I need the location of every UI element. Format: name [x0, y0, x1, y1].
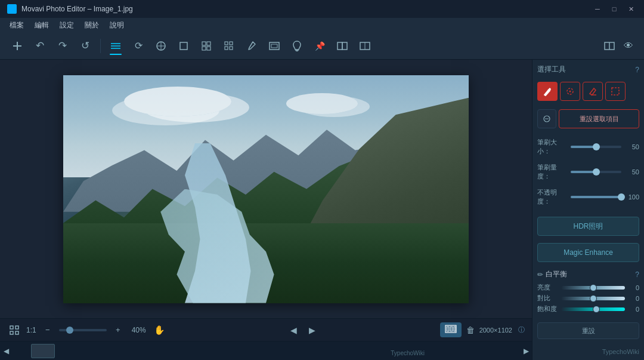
- hand-tool-button[interactable]: ✋: [153, 324, 166, 337]
- rect-select-button[interactable]: [605, 82, 626, 101]
- filmstrip-next[interactable]: ▶: [520, 341, 532, 361]
- contrast-row: 對比 0: [537, 294, 639, 303]
- bottom-bar: 1:1 − + 40% ✋ ◀ ▶ 🗑 2000×1102 ⓘ: [0, 318, 532, 341]
- bottom-center: ◀ ▶: [171, 323, 435, 337]
- opacity-row: 不透明度： 100: [537, 188, 639, 206]
- svg-rect-30: [16, 331, 18, 334]
- compare-split-button[interactable]: [601, 38, 618, 54]
- brand-watermark: TypechoWiki: [602, 348, 639, 355]
- svg-rect-9: [202, 42, 206, 45]
- svg-rect-34: [454, 327, 456, 331]
- brush-hardness-slider[interactable]: [571, 171, 621, 173]
- fit-screen-button[interactable]: [7, 323, 21, 337]
- rotate-button[interactable]: ⟳: [128, 36, 148, 56]
- close-button[interactable]: ✕: [625, 3, 637, 15]
- eraser-tool-button[interactable]: [583, 82, 603, 101]
- maximize-button[interactable]: □: [608, 3, 620, 15]
- filmstrip: ◀ ▶ TypechoWiki: [0, 341, 532, 360]
- svg-rect-8: [180, 42, 187, 50]
- cloud-1: [124, 87, 231, 116]
- image-container[interactable]: [0, 60, 532, 318]
- redo-forward-button[interactable]: ↷: [52, 36, 73, 56]
- split-button[interactable]: [355, 36, 375, 56]
- brush-tool-button[interactable]: [537, 82, 558, 101]
- brush-size-slider[interactable]: [571, 146, 621, 148]
- wb-header: ✏ 白平衡 ?: [537, 269, 639, 279]
- crop-button[interactable]: [174, 36, 194, 56]
- opacity-thumb[interactable]: [618, 193, 625, 201]
- clone-button[interactable]: [287, 36, 307, 56]
- svg-rect-29: [10, 331, 13, 334]
- brush-size-label: 筆刷大小：: [537, 138, 567, 156]
- grid-button[interactable]: [219, 36, 239, 56]
- menu-about[interactable]: 關於: [80, 19, 104, 32]
- image-size: 2000×1102: [479, 327, 512, 334]
- menu-file[interactable]: 檔案: [5, 19, 29, 32]
- saturation-label: 飽和度: [537, 304, 559, 313]
- delete-button[interactable]: 🗑: [466, 325, 475, 335]
- brush-size-value: 50: [625, 143, 639, 150]
- zoom-in-button[interactable]: +: [112, 324, 125, 337]
- svg-rect-15: [225, 47, 228, 50]
- zoom-ratio[interactable]: 1:1: [26, 326, 36, 334]
- opacity-slider[interactable]: [571, 196, 621, 198]
- panel-title: 選擇工具: [537, 64, 566, 75]
- reset-selection-button[interactable]: 重設選取項目: [559, 109, 639, 128]
- pin-button[interactable]: 📌: [309, 36, 330, 56]
- brightness-slider[interactable]: [561, 286, 625, 290]
- right-panel: 選擇工具 ? 重設選取項目: [532, 60, 644, 360]
- smart-select-button[interactable]: [196, 36, 216, 56]
- brand-watermark-filmstrip: TypechoWiki: [391, 350, 425, 356]
- svg-rect-11: [202, 47, 206, 50]
- eraser-extra-button[interactable]: [537, 109, 556, 128]
- app-icon: [7, 4, 17, 14]
- filmstrip-prev[interactable]: ◀: [0, 341, 12, 361]
- undo-button[interactable]: ↶: [30, 36, 50, 56]
- menu-settings[interactable]: 設定: [55, 19, 79, 32]
- panel-help-button[interactable]: ?: [635, 66, 639, 74]
- brightness-value: 0: [627, 284, 639, 291]
- info-button[interactable]: ⓘ: [518, 325, 525, 334]
- frame-button[interactable]: [264, 36, 284, 56]
- brand-area: TypechoWiki: [537, 352, 639, 355]
- redo-button[interactable]: ↺: [75, 36, 95, 56]
- menu-edit[interactable]: 編輯: [30, 19, 54, 32]
- next-image-button[interactable]: ▶: [306, 323, 318, 337]
- lasso-tool-button[interactable]: [560, 82, 580, 101]
- svg-rect-33: [450, 327, 453, 331]
- filmstrip-inner: [17, 341, 69, 360]
- wb-help-button[interactable]: ?: [635, 270, 639, 279]
- tool-extra-row: 重設選取項目: [537, 109, 639, 128]
- saturation-slider[interactable]: [561, 307, 625, 311]
- select-tool-button[interactable]: [106, 36, 126, 56]
- toolbar-sep-1: [100, 39, 101, 53]
- minimize-button[interactable]: ─: [592, 3, 603, 15]
- eyedropper-button[interactable]: [242, 36, 262, 56]
- brush-size-thumb[interactable]: [593, 143, 600, 150]
- zoom-slider[interactable]: [59, 329, 107, 331]
- reset-button[interactable]: 重設: [537, 322, 639, 339]
- hdr-button[interactable]: HDR照明: [537, 217, 639, 236]
- svg-rect-32: [447, 327, 449, 331]
- saturation-thumb[interactable]: [593, 306, 600, 313]
- svg-rect-12: [207, 47, 210, 50]
- transform-button[interactable]: [151, 36, 171, 56]
- filmstrip-thumb-1[interactable]: [31, 344, 55, 358]
- eye-button[interactable]: 👁: [620, 38, 637, 54]
- magic-enhance-button[interactable]: Magic Enhance: [537, 243, 639, 262]
- brush-hardness-thumb[interactable]: [593, 168, 600, 176]
- zoom-out-button[interactable]: −: [41, 324, 54, 337]
- brightness-thumb[interactable]: [590, 284, 597, 291]
- svg-rect-22: [342, 42, 347, 50]
- photo-frame[interactable]: [63, 75, 469, 303]
- svg-rect-18: [271, 44, 277, 48]
- zoom-thumb[interactable]: [66, 327, 73, 334]
- contrast-thumb[interactable]: [590, 295, 597, 302]
- add-button[interactable]: [7, 36, 27, 56]
- menu-help[interactable]: 說明: [105, 19, 129, 32]
- contrast-slider[interactable]: [561, 297, 625, 300]
- menubar: 檔案 編輯 設定 關於 說明: [0, 18, 644, 32]
- prev-image-button[interactable]: ◀: [288, 323, 299, 337]
- layers-button[interactable]: [332, 36, 352, 56]
- filmstrip-toggle-button[interactable]: [440, 322, 462, 337]
